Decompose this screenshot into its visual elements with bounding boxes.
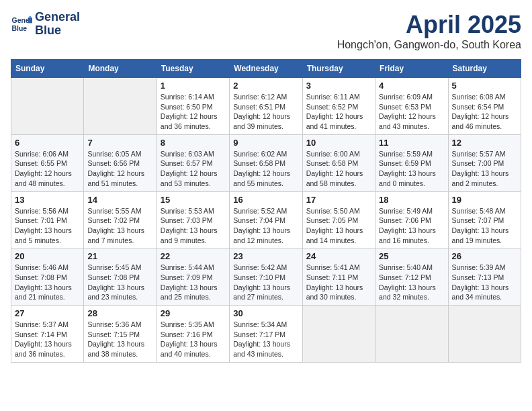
day-info: Sunrise: 6:14 AM Sunset: 6:50 PM Dayligh…	[161, 92, 226, 132]
day-info: Sunrise: 5:44 AM Sunset: 7:09 PM Dayligh…	[161, 263, 226, 302]
calendar-cell: 27Sunrise: 5:37 AM Sunset: 7:14 PM Dayli…	[11, 306, 84, 363]
day-info: Sunrise: 6:11 AM Sunset: 6:52 PM Dayligh…	[306, 92, 371, 132]
day-info: Sunrise: 6:09 AM Sunset: 6:53 PM Dayligh…	[379, 92, 444, 132]
day-info: Sunrise: 5:36 AM Sunset: 7:15 PM Dayligh…	[87, 320, 152, 359]
day-number: 20	[15, 251, 80, 261]
day-info: Sunrise: 6:02 AM Sunset: 6:58 PM Dayligh…	[233, 149, 298, 189]
day-info: Sunrise: 5:55 AM Sunset: 7:02 PM Dayligh…	[87, 206, 152, 246]
calendar-cell: 14Sunrise: 5:55 AM Sunset: 7:02 PM Dayli…	[84, 191, 157, 248]
day-number: 28	[87, 308, 152, 318]
calendar-week-row: 20Sunrise: 5:46 AM Sunset: 7:08 PM Dayli…	[11, 248, 521, 306]
calendar-cell: 9Sunrise: 6:02 AM Sunset: 6:58 PM Daylig…	[230, 134, 302, 191]
calendar-title: April 2025	[337, 11, 521, 39]
calendar-cell: 10Sunrise: 6:00 AM Sunset: 6:58 PM Dayli…	[302, 134, 375, 191]
calendar-cell: 1Sunrise: 6:14 AM Sunset: 6:50 PM Daylig…	[157, 78, 229, 135]
day-info: Sunrise: 5:48 AM Sunset: 7:07 PM Dayligh…	[452, 206, 517, 246]
day-number: 5	[452, 81, 517, 91]
title-area: April 2025 Hongch'on, Gangwon-do, South …	[337, 11, 521, 51]
day-info: Sunrise: 5:35 AM Sunset: 7:16 PM Dayligh…	[161, 320, 226, 359]
calendar-cell: 15Sunrise: 5:53 AM Sunset: 7:03 PM Dayli…	[157, 191, 229, 248]
day-number: 18	[379, 195, 444, 205]
calendar-cell: 18Sunrise: 5:49 AM Sunset: 7:06 PM Dayli…	[375, 191, 448, 248]
day-number: 1	[161, 81, 226, 91]
calendar-cell	[84, 78, 157, 135]
calendar-week-row: 27Sunrise: 5:37 AM Sunset: 7:14 PM Dayli…	[11, 306, 521, 363]
calendar-cell: 28Sunrise: 5:36 AM Sunset: 7:15 PM Dayli…	[84, 306, 157, 363]
calendar-cell: 8Sunrise: 6:03 AM Sunset: 6:57 PM Daylig…	[157, 134, 229, 191]
day-number: 21	[87, 251, 152, 261]
calendar-cell: 20Sunrise: 5:46 AM Sunset: 7:08 PM Dayli…	[11, 248, 84, 306]
calendar-week-row: 1Sunrise: 6:14 AM Sunset: 6:50 PM Daylig…	[11, 78, 521, 135]
day-number: 26	[452, 251, 517, 261]
day-number: 12	[452, 138, 517, 148]
calendar-cell: 12Sunrise: 5:57 AM Sunset: 7:00 PM Dayli…	[448, 134, 521, 191]
day-number: 29	[161, 308, 226, 318]
day-info: Sunrise: 6:06 AM Sunset: 6:55 PM Dayligh…	[15, 149, 80, 189]
day-info: Sunrise: 5:41 AM Sunset: 7:11 PM Dayligh…	[306, 263, 371, 302]
calendar-cell: 29Sunrise: 5:35 AM Sunset: 7:16 PM Dayli…	[157, 306, 229, 363]
calendar-week-row: 13Sunrise: 5:56 AM Sunset: 7:01 PM Dayli…	[11, 191, 521, 248]
col-header-sunday: Sunday	[11, 60, 84, 78]
day-info: Sunrise: 5:40 AM Sunset: 7:12 PM Dayligh…	[379, 263, 444, 302]
calendar-subtitle: Hongch'on, Gangwon-do, South Korea	[337, 39, 521, 51]
calendar-table: SundayMondayTuesdayWednesdayThursdayFrid…	[11, 59, 521, 363]
svg-text:Blue: Blue	[12, 24, 28, 32]
day-info: Sunrise: 5:57 AM Sunset: 7:00 PM Dayligh…	[452, 149, 517, 189]
day-number: 25	[379, 251, 444, 261]
day-number: 30	[233, 308, 298, 318]
calendar-header-row: SundayMondayTuesdayWednesdayThursdayFrid…	[11, 60, 521, 78]
day-number: 14	[87, 195, 152, 205]
day-number: 10	[306, 138, 371, 148]
calendar-cell: 30Sunrise: 5:34 AM Sunset: 7:17 PM Dayli…	[230, 306, 302, 363]
calendar-cell: 19Sunrise: 5:48 AM Sunset: 7:07 PM Dayli…	[448, 191, 521, 248]
logo-icon: General Blue	[11, 13, 32, 35]
col-header-tuesday: Tuesday	[157, 60, 229, 78]
day-info: Sunrise: 5:37 AM Sunset: 7:14 PM Dayligh…	[15, 320, 80, 359]
calendar-cell	[302, 306, 375, 363]
day-info: Sunrise: 6:12 AM Sunset: 6:51 PM Dayligh…	[233, 92, 298, 132]
day-number: 17	[306, 195, 371, 205]
day-number: 19	[452, 195, 517, 205]
day-number: 15	[161, 195, 226, 205]
day-number: 9	[233, 138, 298, 148]
day-info: Sunrise: 5:45 AM Sunset: 7:08 PM Dayligh…	[87, 263, 152, 302]
day-number: 22	[161, 251, 226, 261]
day-info: Sunrise: 5:34 AM Sunset: 7:17 PM Dayligh…	[233, 320, 298, 359]
calendar-cell: 16Sunrise: 5:52 AM Sunset: 7:04 PM Dayli…	[230, 191, 302, 248]
day-number: 8	[161, 138, 226, 148]
calendar-week-row: 6Sunrise: 6:06 AM Sunset: 6:55 PM Daylig…	[11, 134, 521, 191]
day-number: 27	[15, 308, 80, 318]
day-number: 3	[306, 81, 371, 91]
calendar-cell: 24Sunrise: 5:41 AM Sunset: 7:11 PM Dayli…	[302, 248, 375, 306]
day-info: Sunrise: 6:05 AM Sunset: 6:56 PM Dayligh…	[87, 149, 152, 189]
day-info: Sunrise: 5:39 AM Sunset: 7:13 PM Dayligh…	[452, 263, 517, 302]
calendar-cell: 5Sunrise: 6:08 AM Sunset: 6:54 PM Daylig…	[448, 78, 521, 135]
calendar-cell: 13Sunrise: 5:56 AM Sunset: 7:01 PM Dayli…	[11, 191, 84, 248]
day-number: 4	[379, 81, 444, 91]
calendar-cell: 26Sunrise: 5:39 AM Sunset: 7:13 PM Dayli…	[448, 248, 521, 306]
day-number: 6	[15, 138, 80, 148]
calendar-cell: 17Sunrise: 5:50 AM Sunset: 7:05 PM Dayli…	[302, 191, 375, 248]
calendar-cell: 3Sunrise: 6:11 AM Sunset: 6:52 PM Daylig…	[302, 78, 375, 135]
calendar-cell	[11, 78, 84, 135]
calendar-cell: 25Sunrise: 5:40 AM Sunset: 7:12 PM Dayli…	[375, 248, 448, 306]
day-info: Sunrise: 5:49 AM Sunset: 7:06 PM Dayligh…	[379, 206, 444, 246]
header: General Blue General Blue April 2025 Hon…	[11, 11, 521, 51]
svg-marker-3	[28, 17, 32, 23]
calendar-cell: 22Sunrise: 5:44 AM Sunset: 7:09 PM Dayli…	[157, 248, 229, 306]
day-number: 11	[379, 138, 444, 148]
logo: General Blue General Blue	[11, 11, 80, 38]
col-header-thursday: Thursday	[302, 60, 375, 78]
col-header-wednesday: Wednesday	[230, 60, 302, 78]
col-header-friday: Friday	[375, 60, 448, 78]
calendar-cell: 2Sunrise: 6:12 AM Sunset: 6:51 PM Daylig…	[230, 78, 302, 135]
logo-text: General Blue	[35, 11, 80, 38]
day-number: 24	[306, 251, 371, 261]
day-info: Sunrise: 5:53 AM Sunset: 7:03 PM Dayligh…	[161, 206, 226, 246]
calendar-cell: 23Sunrise: 5:42 AM Sunset: 7:10 PM Dayli…	[230, 248, 302, 306]
col-header-monday: Monday	[84, 60, 157, 78]
day-info: Sunrise: 5:42 AM Sunset: 7:10 PM Dayligh…	[233, 263, 298, 302]
day-info: Sunrise: 5:59 AM Sunset: 6:59 PM Dayligh…	[379, 149, 444, 189]
calendar-cell: 4Sunrise: 6:09 AM Sunset: 6:53 PM Daylig…	[375, 78, 448, 135]
calendar-cell: 11Sunrise: 5:59 AM Sunset: 6:59 PM Dayli…	[375, 134, 448, 191]
